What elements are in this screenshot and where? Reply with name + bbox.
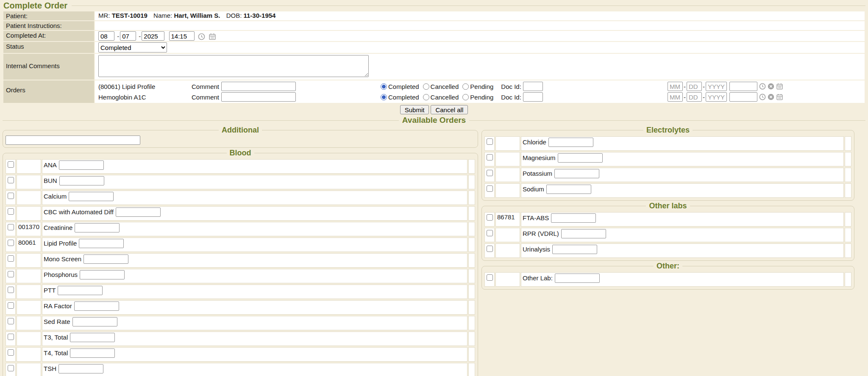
lab-item-value-input[interactable] — [83, 254, 128, 264]
lab-item-end-cell — [845, 168, 851, 182]
calendar-icon[interactable] — [776, 94, 783, 100]
lab-item-value-input[interactable] — [70, 333, 115, 342]
lab-item-value-input[interactable] — [72, 317, 117, 326]
order-doc-id-input[interactable] — [523, 92, 543, 102]
lab-item-value-input[interactable] — [70, 348, 115, 358]
order-row: Hemoglobin A1C Comment CompletedCancelle… — [98, 92, 861, 102]
lab-item-checkbox[interactable] — [8, 334, 14, 340]
lab-item-checkbox[interactable] — [487, 138, 493, 145]
order-doc-id-input[interactable] — [523, 82, 543, 91]
order-date-year-input[interactable] — [706, 92, 727, 102]
mr-label: MR: — [98, 12, 110, 19]
order-date-day-input[interactable] — [687, 92, 702, 102]
cancel-all-button[interactable]: Cancel all — [431, 105, 468, 114]
lab-item-checkbox[interactable] — [8, 161, 14, 168]
status-select[interactable]: Completed — [98, 42, 167, 53]
order-status-radio-pending[interactable] — [462, 94, 469, 100]
order-status-option-cancelled[interactable]: Cancelled — [423, 83, 459, 90]
order-date-year-input[interactable] — [706, 82, 727, 91]
lab-item-value-input[interactable] — [558, 153, 603, 163]
completed-year-input[interactable] — [142, 31, 164, 41]
order-date-month-input[interactable] — [668, 82, 683, 91]
order-status-option-pending[interactable]: Pending — [462, 94, 493, 101]
lab-item-checkbox[interactable] — [8, 271, 14, 277]
order-date-time-input[interactable] — [729, 82, 757, 91]
lab-item-code — [17, 269, 41, 283]
lab-item-checkbox[interactable] — [8, 287, 14, 293]
lab-item-checkbox[interactable] — [8, 365, 14, 371]
order-date-day-input[interactable] — [687, 82, 702, 91]
lab-item-checkbox[interactable] — [487, 230, 493, 236]
order-status-option-pending[interactable]: Pending — [462, 83, 493, 90]
lab-item-value-input[interactable] — [554, 169, 599, 178]
lab-item-code — [495, 152, 520, 166]
lab-item-value-input[interactable] — [59, 176, 104, 185]
lab-item-checkbox[interactable] — [487, 185, 493, 192]
order-comment-input[interactable] — [221, 82, 296, 91]
lab-item-value-input[interactable] — [116, 207, 161, 217]
lab-item-value-input[interactable] — [69, 192, 114, 201]
lab-item-value-input[interactable] — [58, 364, 103, 373]
lab-item-checkbox[interactable] — [8, 318, 14, 324]
dob-value: 11-30-1954 — [244, 12, 276, 19]
lab-item-value-input[interactable] — [79, 239, 124, 248]
additional-order-search-input[interactable] — [6, 135, 140, 145]
calendar-icon[interactable] — [776, 83, 783, 90]
order-status-option-completed[interactable]: Completed — [381, 83, 419, 90]
order-status-radio-cancelled[interactable] — [423, 83, 429, 90]
lab-item-value-input[interactable] — [80, 270, 125, 279]
completed-month-input[interactable] — [98, 31, 114, 41]
calendar-icon[interactable] — [209, 33, 216, 40]
lab-item-value-input[interactable] — [59, 160, 104, 170]
order-status-option-label: Cancelled — [431, 83, 459, 90]
lab-item-checkbox[interactable] — [8, 193, 14, 199]
order-comment-input[interactable] — [221, 92, 296, 102]
order-status-radio-completed[interactable] — [381, 83, 387, 90]
clear-date-icon[interactable] — [768, 94, 774, 100]
lab-item-value-input[interactable] — [548, 138, 593, 147]
lab-item-value-input[interactable] — [546, 185, 591, 194]
lab-item-end-cell — [845, 243, 851, 258]
clear-date-icon[interactable] — [768, 83, 774, 90]
lab-item-checkbox[interactable] — [487, 274, 493, 281]
lab-item-value-input[interactable] — [552, 245, 597, 254]
order-status-radio-cancelled[interactable] — [423, 94, 429, 100]
lab-item-checkbox[interactable] — [487, 170, 493, 176]
lab-item-checkbox[interactable] — [8, 302, 14, 309]
completed-day-input[interactable] — [120, 31, 136, 41]
order-date-month-input[interactable] — [668, 92, 683, 102]
order-status-radio-completed[interactable] — [381, 94, 387, 100]
lab-item-value-input[interactable] — [75, 223, 120, 232]
lab-item-checkbox[interactable] — [8, 255, 14, 262]
order-date-time-input[interactable] — [729, 92, 757, 102]
lab-item-label: Chloride — [523, 138, 546, 146]
lab-item-code — [495, 228, 520, 242]
order-status-option-completed[interactable]: Completed — [381, 94, 419, 101]
completed-time-input[interactable] — [169, 31, 195, 41]
lab-item-checkbox[interactable] — [8, 177, 14, 183]
lab-item-row: RA Factor — [6, 300, 475, 315]
lab-item-value-input[interactable] — [561, 229, 606, 238]
order-status-radio-pending[interactable] — [462, 83, 469, 90]
lab-item-end-cell — [845, 136, 851, 151]
lab-item-value-input[interactable] — [74, 301, 119, 311]
lab-item-checkbox[interactable] — [487, 154, 493, 160]
lab-item-code: 80061 — [17, 238, 41, 252]
internal-comments-textarea[interactable] — [98, 55, 369, 77]
lab-item-label: Creatinine — [44, 223, 72, 231]
lab-item-checkbox[interactable] — [8, 224, 14, 230]
clock-icon[interactable] — [198, 33, 205, 40]
lab-item-checkbox[interactable] — [487, 214, 493, 221]
lab-item-checkbox[interactable] — [8, 240, 14, 246]
section-blood: Blood ANA BUN Calcium CBC with Automated… — [3, 149, 478, 376]
order-status-option-cancelled[interactable]: Cancelled — [423, 94, 459, 101]
clock-icon[interactable] — [759, 94, 766, 100]
lab-item-value-input[interactable] — [58, 286, 103, 295]
lab-item-checkbox[interactable] — [8, 349, 14, 356]
submit-button[interactable]: Submit — [400, 105, 429, 114]
lab-item-value-input[interactable] — [551, 213, 596, 223]
lab-item-checkbox[interactable] — [487, 246, 493, 252]
lab-item-checkbox[interactable] — [8, 208, 14, 215]
lab-item-value-input[interactable] — [555, 274, 600, 283]
clock-icon[interactable] — [759, 83, 766, 90]
